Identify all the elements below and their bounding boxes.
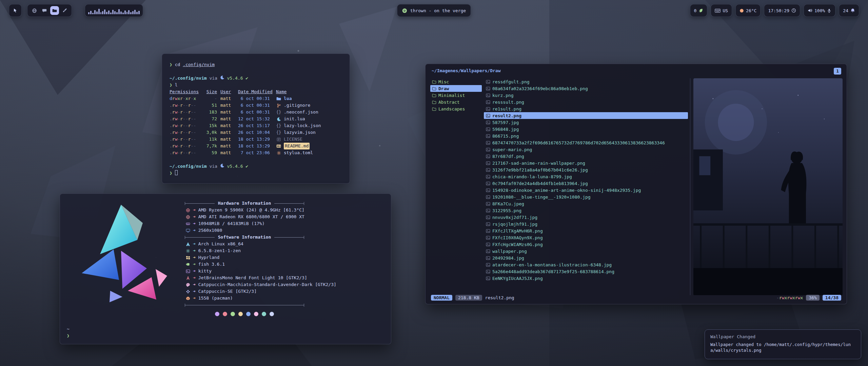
- dir-item[interactable]: Landscapes: [430, 105, 482, 112]
- workspace-files[interactable]: [50, 6, 59, 15]
- graph-bar: [98, 9, 100, 14]
- fetch-line: ➜Arch Linux x86_64: [185, 241, 388, 247]
- fetch-line: ➜6.5.8-zen1-1-zen: [185, 247, 388, 254]
- markdown-icon: [276, 144, 281, 148]
- text-cursor: [175, 170, 178, 175]
- file-item[interactable]: super-mario.png: [484, 146, 688, 153]
- updates-module[interactable]: 0: [690, 4, 708, 17]
- image-icon: [486, 161, 490, 165]
- file-row: .rw-r--r--3,0kmatt26 oct 10:04{}lazyvim.…: [170, 129, 350, 136]
- image-icon: [486, 114, 490, 118]
- file-item[interactable]: 217167-sad-anime-rain-wallpaper.png: [484, 160, 688, 166]
- graph-bar: [106, 12, 107, 14]
- command-arg: .config/nvim: [183, 62, 215, 67]
- keyboard-layout-module[interactable]: US: [711, 4, 732, 17]
- folder-icon: [276, 96, 281, 101]
- music-icon: [402, 8, 407, 13]
- graph-bar: [104, 9, 105, 14]
- file-item[interactable]: resssult.png: [484, 99, 688, 105]
- file-item[interactable]: FXfcHgcWIAMzs0G.png: [484, 241, 688, 248]
- dir-item[interactable]: Draw: [430, 85, 482, 92]
- file-item[interactable]: kurz.png: [484, 92, 688, 99]
- volume-module[interactable]: 100%: [804, 4, 835, 17]
- microphone-icon: [827, 8, 831, 13]
- file-item[interactable]: nnvuv0xj2df71.jpg: [484, 214, 688, 221]
- fetch-prompt[interactable]: ~ ❯: [67, 326, 70, 339]
- tab-badge: 1: [834, 68, 841, 75]
- file-item[interactable]: ressdfgult.png: [484, 78, 688, 85]
- shell-input-line[interactable]: ❯: [170, 170, 350, 177]
- file-item[interactable]: FXfcJlTXgAMvH6R.png: [484, 227, 688, 234]
- file-item[interactable]: 19201080-__blue-tinge__-1920×1080.jpg: [484, 194, 688, 200]
- graph-bar: [112, 10, 114, 14]
- terminal-fastfetch-window[interactable]: Hardware Information➜AMD Ryzen 9 5900X (…: [60, 194, 391, 344]
- file-item[interactable]: 87r687df.png: [484, 153, 688, 160]
- arrow-icon: ➜: [193, 214, 196, 220]
- palette-dot: [223, 312, 227, 316]
- notification-popup[interactable]: Wallpaper Changed Wallpaper changed to /…: [705, 329, 861, 359]
- image-icon: [486, 147, 490, 152]
- dir-item[interactable]: Misc: [430, 78, 482, 85]
- file-item[interactable]: 3122955.png: [484, 207, 688, 214]
- notifications-module[interactable]: 24: [839, 4, 859, 17]
- file-item[interactable]: result2.png: [484, 112, 688, 119]
- dir-list: MiscDrawMinimalistAbstractLandscapes: [430, 78, 482, 112]
- arrow-icon: ➜: [193, 241, 196, 247]
- file-permissions: -rwxrwxrwx: [776, 295, 803, 300]
- fetch-line: ➜AMD ATI Radeon RX 6800/6800 XT / 6900 X…: [185, 214, 388, 220]
- theme-icon: [185, 283, 191, 287]
- json-icon: {}: [276, 122, 281, 129]
- launcher-button[interactable]: [9, 4, 22, 17]
- file-manager-window[interactable]: ~/Imagenes/Wallpapers/Draw 1 MiscDrawMin…: [425, 64, 847, 304]
- graph-bar: [100, 12, 102, 14]
- file-item[interactable]: re1sult.png: [484, 105, 688, 112]
- image-icon: [486, 134, 490, 138]
- file-item[interactable]: chica-mirando-la-luna-8799.jpg: [484, 173, 688, 180]
- temperature-module[interactable]: 26°C: [735, 4, 761, 17]
- keyboard-layout-value: US: [723, 8, 728, 13]
- music-player-widget[interactable]: thrown - on the verge: [397, 4, 471, 17]
- image-icon: [486, 215, 490, 220]
- image-icon: [486, 249, 490, 253]
- updates-count: 0: [694, 8, 697, 13]
- thermometer-icon: [739, 8, 744, 13]
- file-item[interactable]: EeNKYgIUcAAJ5JX.png: [484, 275, 688, 282]
- lua-moon-icon: [220, 163, 224, 168]
- file-item[interactable]: 08a634fa02a32364f69ebc86a98eb1eb.png: [484, 85, 688, 92]
- palette-dot: [231, 312, 235, 316]
- graph-bar: [128, 10, 130, 14]
- terminal-nvim-window[interactable]: ❯ cd .config/nvim ~/.config/nvim via v5.…: [162, 54, 350, 184]
- file-item[interactable]: 68747470733a2f2f696d616765732d7769786d70…: [484, 139, 688, 146]
- arrow-icon: ➜: [193, 220, 196, 227]
- image-icon: [486, 154, 490, 159]
- file-item[interactable]: 20492984.jpg: [484, 255, 688, 261]
- file-item[interactable]: wallpaper.png: [484, 248, 688, 255]
- file-item[interactable]: FXfcII0X0AQyn9X.png: [484, 234, 688, 241]
- cwd-path: ~/.config/nvim: [170, 76, 207, 81]
- file-item[interactable]: 3126f7e9bbf21a8a4af0b67b041c6e26.jpg: [484, 166, 688, 173]
- system-graph[interactable]: [85, 4, 143, 17]
- arrow-icon: ➜: [193, 288, 196, 295]
- wm-icon: [185, 256, 191, 260]
- file-item[interactable]: rsjqojlmjhf91.jpg: [484, 221, 688, 227]
- fetch-line: ➜Catppuccin-SE [GTK2/3]: [185, 288, 388, 295]
- image-icon: [486, 242, 490, 247]
- file-item[interactable]: atardecer-en-la-montanas-ilustracion-634…: [484, 261, 688, 268]
- section-header: Software Information: [185, 234, 304, 241]
- workspace-browser[interactable]: [30, 6, 39, 15]
- workspace-paint[interactable]: [60, 6, 69, 15]
- graph-bar: [116, 12, 118, 14]
- workspace-chat[interactable]: [40, 6, 49, 15]
- file-item[interactable]: 0c794faf07de24a4db4d4fb1eb813964.jpg: [484, 180, 688, 187]
- file-row: .rw-r--r--11kmatt18 oct 13:29LICENSE: [170, 136, 350, 143]
- file-item[interactable]: 587597.jpg: [484, 119, 688, 126]
- dir-item[interactable]: Abstract: [430, 99, 482, 105]
- dir-item[interactable]: Minimalist: [430, 92, 482, 99]
- file-item[interactable]: 866715.png: [484, 133, 688, 139]
- file-item[interactable]: 5a266e448add93deab367d87173e9f25-6837886…: [484, 268, 688, 275]
- file-item[interactable]: 596848.jpg: [484, 126, 688, 133]
- file-item[interactable]: 8FKa7Cu.jpeg: [484, 200, 688, 207]
- gear-icon: [276, 151, 281, 155]
- file-item[interactable]: 154928-odinokoe_anime-art-anime-okno-sin…: [484, 187, 688, 194]
- clock-module[interactable]: 17:50:29: [764, 4, 800, 17]
